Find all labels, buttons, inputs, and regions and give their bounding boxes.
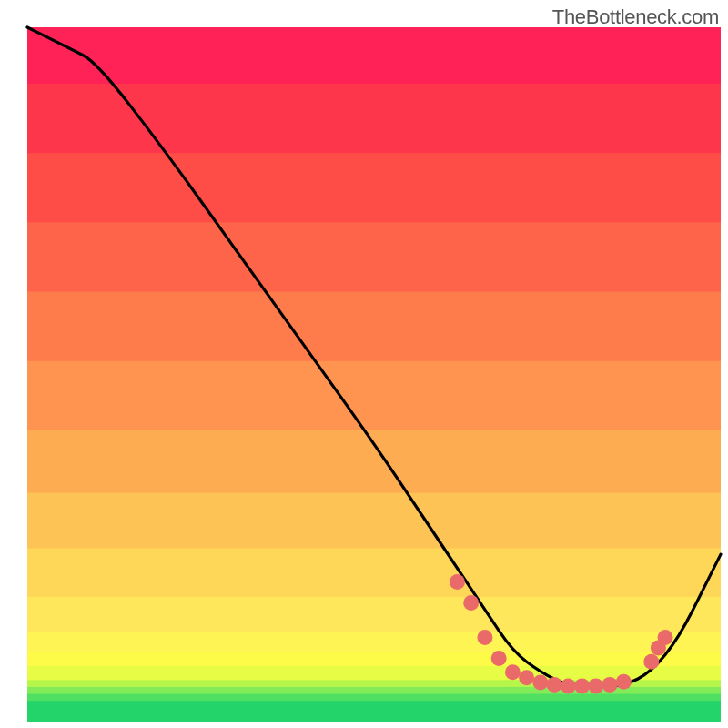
gradient-band: [27, 430, 721, 493]
data-dot: [450, 574, 465, 590]
gradient-band: [27, 700, 721, 722]
gradient-band: [27, 221, 721, 291]
data-dot: [643, 654, 659, 670]
data-dot: [574, 678, 590, 693]
data-dot: [602, 677, 618, 693]
gradient-band: [27, 548, 721, 597]
gradient-band: [27, 596, 721, 632]
data-dot: [588, 678, 603, 693]
data-dot: [491, 651, 507, 666]
gradient-band: [27, 652, 721, 666]
gradient-band: [27, 693, 721, 702]
gradient-band: [27, 152, 721, 222]
data-dot: [505, 664, 521, 680]
gradient-band: [27, 665, 721, 680]
gradient-band: [27, 83, 721, 153]
gradient-band: [27, 360, 721, 430]
gradient-background: [27, 27, 721, 722]
data-dot: [561, 678, 576, 693]
data-dot: [477, 630, 492, 645]
gradient-band: [27, 492, 721, 549]
bottleneck-chart: [0, 0, 728, 728]
chart-container: TheBottleneck.com: [0, 0, 728, 728]
data-dot: [532, 675, 548, 691]
watermark-label: TheBottleneck.com: [552, 5, 719, 29]
data-dot: [658, 630, 673, 645]
gradient-band: [27, 291, 721, 361]
gradient-band: [27, 631, 721, 652]
data-dot: [463, 595, 479, 611]
gradient-band: [27, 27, 721, 84]
data-dot: [547, 677, 562, 693]
data-dot: [616, 674, 632, 690]
data-dot: [519, 670, 534, 685]
